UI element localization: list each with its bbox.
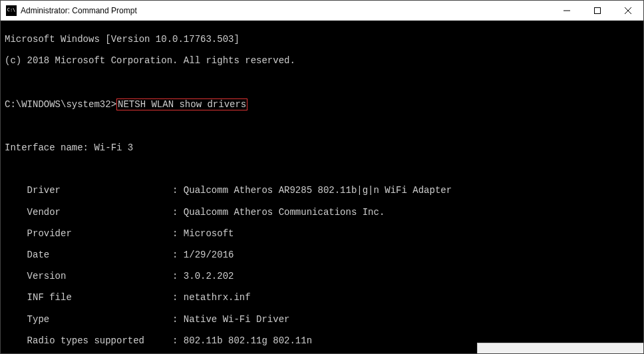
prompt-line: C:\WINDOWS\system32>NETSH WLAN show driv… (5, 98, 639, 110)
close-button[interactable] (613, 1, 643, 20)
command-highlight: NETSH WLAN show drivers (116, 98, 247, 110)
prop-row: Version : 3.0.2.202 (5, 271, 639, 281)
console-output[interactable]: Microsoft Windows [Version 10.0.17763.50… (1, 21, 643, 353)
maximize-button[interactable] (582, 1, 613, 20)
svg-rect-1 (595, 7, 601, 13)
titlebar[interactable]: C:\ Administrator: Command Prompt (1, 1, 643, 21)
prompt-prefix: C:\WINDOWS\system32> (5, 99, 116, 110)
prop-row: Type : Native Wi-Fi Driver (5, 314, 639, 325)
prop-row: INF file : netathrx.inf (5, 292, 639, 303)
cmd-icon: C:\ (6, 5, 17, 16)
prop-row: Provider : Microsoft (5, 228, 639, 239)
cmd-window: C:\ Administrator: Command Prompt Micros… (0, 0, 644, 354)
prop-row: Date : 1/29/2016 (5, 250, 639, 260)
prop-row: Vendor : Qualcomm Atheros Communications… (5, 207, 639, 218)
titlebar-buttons (552, 1, 643, 20)
minimize-button[interactable] (552, 1, 582, 20)
window-title: Administrator: Command Prompt (21, 6, 552, 15)
interface-line: Interface name: Wi-Fi 3 (5, 142, 639, 153)
prop-row: Driver : Qualcomm Atheros AR9285 802.11b… (5, 185, 639, 196)
version-line: Microsoft Windows [Version 10.0.17763.50… (5, 34, 639, 45)
copyright-line: (c) 2018 Microsoft Corporation. All righ… (5, 55, 639, 66)
horizontal-scrollbar[interactable] (477, 343, 643, 353)
